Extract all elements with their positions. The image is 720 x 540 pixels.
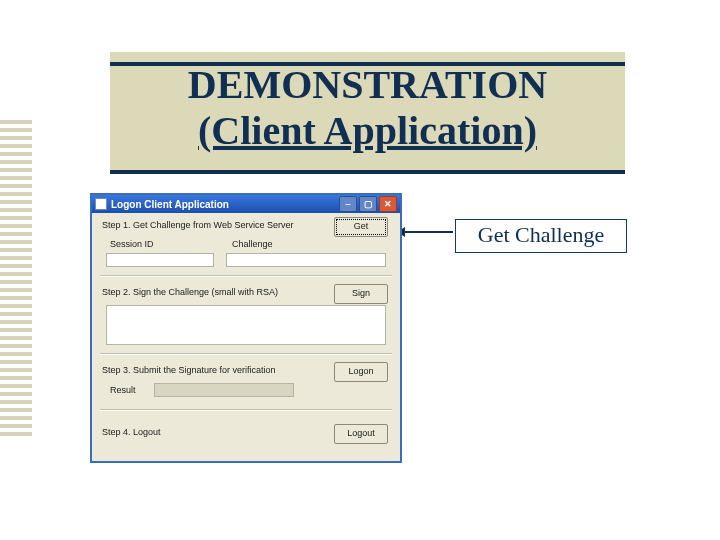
step3-label: Step 3. Submit the Signature for verific…	[102, 365, 276, 375]
session-id-label: Session ID	[110, 239, 154, 249]
app-icon	[95, 198, 107, 210]
challenge-label: Challenge	[232, 239, 273, 249]
step1-label: Step 1. Get Challenge from Web Service S…	[102, 220, 293, 230]
logon-client-window: Logon Client Application – ▢ ✕ Step 1. G…	[90, 193, 402, 463]
session-id-field[interactable]	[106, 253, 214, 267]
close-button[interactable]: ✕	[379, 196, 397, 212]
get-button[interactable]: Get	[334, 217, 388, 237]
step2-label: Step 2. Sign the Challenge (small with R…	[102, 287, 278, 297]
title-line2: (Client Application)	[198, 108, 537, 153]
callout-get-challenge: Get Challenge	[455, 219, 627, 253]
maximize-button[interactable]: ▢	[359, 196, 377, 212]
window-titlebar[interactable]: Logon Client Application – ▢ ✕	[92, 195, 400, 213]
ruled-decoration	[0, 120, 32, 440]
minimize-button[interactable]: –	[339, 196, 357, 212]
slide-title: DEMONSTRATION (Client Application)	[110, 58, 625, 182]
challenge-field[interactable]	[226, 253, 386, 267]
signature-field[interactable]	[106, 305, 386, 345]
step4-label: Step 4. Logout	[102, 427, 161, 437]
window-title: Logon Client Application	[111, 199, 229, 210]
sign-button[interactable]: Sign	[334, 284, 388, 304]
logout-button[interactable]: Logout	[334, 424, 388, 444]
result-label: Result	[110, 385, 136, 395]
logon-button[interactable]: Logon	[334, 362, 388, 382]
callout-arrow	[398, 231, 453, 233]
title-line1: DEMONSTRATION	[188, 62, 547, 107]
result-field	[154, 383, 294, 397]
